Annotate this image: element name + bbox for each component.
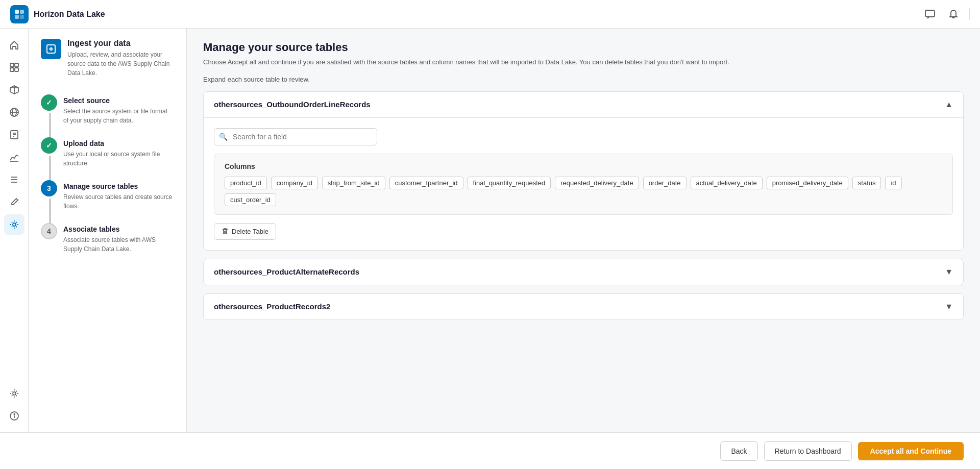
step-number-4: 4 (41, 223, 57, 239)
svg-rect-5 (10, 63, 14, 67)
svg-rect-8 (15, 68, 18, 71)
return-dashboard-button[interactable]: Return to Dashboard (764, 441, 852, 461)
step-content-2: Upload data Use your local or source sys… (63, 137, 174, 168)
ingest-info: Ingest your data Upload, review, and ass… (67, 39, 174, 78)
table-accordion-3: othersources_ProductRecords2 ▼ (203, 293, 964, 320)
delete-table-button-1[interactable]: Delete Table (214, 223, 276, 240)
col-tag-requested_delivery_date: requested_delivery_date (555, 177, 639, 189)
accordion-header-3[interactable]: othersources_ProductRecords2 ▼ (204, 294, 963, 319)
ingest-desc: Upload, review, and associate your sourc… (67, 50, 174, 78)
accordion-title-1: othersources_OutboundOrderLineRecords (214, 100, 371, 109)
svg-rect-2 (15, 15, 19, 19)
page-desc: Choose Accept all and continue if you ar… (203, 57, 964, 67)
accordion-title-3: othersources_ProductRecords2 (214, 302, 330, 311)
logo-area: Horizon Data Lake (10, 5, 105, 23)
chevron-up-icon-1: ▲ (945, 100, 953, 109)
notification-button[interactable] (946, 7, 961, 22)
svg-rect-4 (925, 10, 935, 17)
accordion-body-1: 🔍 Columns product_idcompany_idship_from_… (204, 118, 963, 250)
accordion-header-1[interactable]: othersources_OutboundOrderLineRecords ▲ (204, 92, 963, 118)
col-tag-id: id (885, 177, 901, 189)
step-item-1: ✓ Select source Select the source system… (41, 94, 174, 125)
step-content-3: Manage source tables Review source table… (63, 180, 174, 211)
col-tag-ship_from_site_id: ship_from_site_id (322, 177, 385, 189)
step-desc-4: Associate source tables with AWS Supply … (63, 235, 174, 254)
search-wrapper-1: 🔍 (214, 128, 953, 145)
table-accordion-1: othersources_OutboundOrderLineRecords ▲ … (203, 91, 964, 251)
nav-gear[interactable] (4, 383, 24, 404)
col-tag-customer_tpartner_id: customer_tpartner_id (389, 177, 463, 189)
app-logo (10, 5, 29, 23)
col-tag-final_quantity_requested: final_quantity_requested (468, 177, 551, 189)
step-number-2: ✓ (41, 137, 57, 154)
app-name: Horizon Data Lake (34, 10, 105, 19)
nav-list[interactable] (4, 169, 24, 190)
step-desc-3: Review source tables and create source f… (63, 192, 174, 211)
col-tag-status: status (852, 177, 881, 189)
nav-globe[interactable] (4, 102, 24, 122)
nav-orders[interactable] (4, 125, 24, 145)
step-number-1: ✓ (41, 94, 57, 111)
main-layout: Ingest your data Upload, review, and ass… (0, 29, 980, 432)
step-title-3: Manage source tables (63, 182, 174, 190)
nav-inventory[interactable] (4, 80, 24, 100)
svg-point-12 (13, 223, 16, 226)
columns-tags-1: product_idcompany_idship_from_site_idcus… (225, 177, 942, 206)
nav-info[interactable] (4, 406, 24, 426)
col-tag-promised_delivery_date: promised_delivery_date (767, 177, 848, 189)
steps-sidebar: Ingest your data Upload, review, and ass… (29, 29, 187, 432)
col-tag-product_id: product_id (225, 177, 267, 189)
nav-edit[interactable] (4, 192, 24, 212)
nav-grid[interactable] (4, 57, 24, 78)
left-nav (0, 29, 29, 432)
col-tag-company_id: company_id (271, 177, 318, 189)
back-button[interactable]: Back (720, 441, 757, 461)
nav-settings-active[interactable] (4, 214, 24, 235)
main-content: Manage your source tables Choose Accept … (187, 29, 980, 432)
col-tag-actual_delivery_date: actual_delivery_date (691, 177, 763, 189)
svg-rect-7 (10, 68, 14, 71)
step-desc-1: Select the source system or file format … (63, 107, 174, 125)
svg-rect-1 (20, 10, 24, 14)
nav-home[interactable] (4, 35, 24, 55)
footer-bar: Back Return to Dashboard Accept all and … (0, 432, 980, 469)
chevron-down-icon-2: ▼ (945, 267, 953, 277)
ingest-title: Ingest your data (67, 39, 174, 48)
steps-container: ✓ Select source Select the source system… (41, 94, 174, 254)
col-tag-cust_order_id: cust_order_id (225, 193, 276, 206)
ingest-icon (41, 39, 61, 59)
accept-all-button[interactable]: Accept all and Continue (858, 442, 964, 460)
col-tag-order_date: order_date (643, 177, 687, 189)
step-title-2: Upload data (63, 139, 174, 147)
top-header: Horizon Data Lake (0, 0, 980, 29)
expand-hint: Expand each source table to review. (203, 76, 964, 83)
step-title-4: Associate tables (63, 225, 174, 233)
step-item-4: 4 Associate tables Associate source tabl… (41, 223, 174, 254)
chevron-down-icon-3: ▼ (945, 302, 953, 311)
table-accordion-2: othersources_ProductAlternateRecords ▼ (203, 259, 964, 285)
columns-section-1: Columns product_idcompany_idship_from_si… (214, 154, 953, 215)
header-right (922, 7, 970, 22)
accordion-title-2: othersources_ProductAlternateRecords (214, 267, 359, 276)
chat-button[interactable] (922, 7, 938, 22)
columns-label-1: Columns (225, 162, 942, 170)
svg-point-13 (13, 392, 16, 395)
svg-rect-0 (15, 10, 19, 14)
page-title: Manage your source tables (203, 41, 964, 54)
step-content-4: Associate tables Associate source tables… (63, 223, 174, 254)
step-item-3: 3 Manage source tables Review source tab… (41, 180, 174, 211)
accordion-header-2[interactable]: othersources_ProductAlternateRecords ▼ (204, 259, 963, 285)
svg-point-15 (14, 414, 15, 415)
step-number-3: 3 (41, 180, 57, 196)
svg-rect-3 (20, 15, 24, 19)
search-field-input-1[interactable] (214, 128, 377, 145)
tables-container: othersources_OutboundOrderLineRecords ▲ … (203, 91, 964, 320)
search-icon-1: 🔍 (219, 133, 228, 141)
nav-analytics[interactable] (4, 147, 24, 167)
ingest-header: Ingest your data Upload, review, and ass… (41, 39, 174, 86)
step-content-1: Select source Select the source system o… (63, 94, 174, 125)
step-desc-2: Use your local or source system file str… (63, 150, 174, 168)
step-item-2: ✓ Upload data Use your local or source s… (41, 137, 174, 168)
step-title-1: Select source (63, 96, 174, 105)
svg-rect-6 (15, 63, 18, 67)
